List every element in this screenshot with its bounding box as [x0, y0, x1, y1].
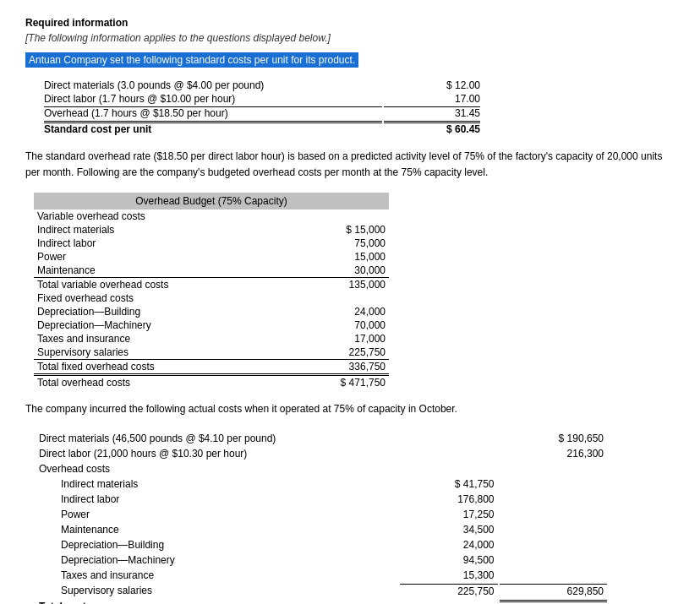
- depr-bldg-act-mid: 24,000: [400, 538, 498, 552]
- table-row: Indirect labor 75,000: [34, 237, 389, 250]
- table-row: Indirect labor 176,800: [36, 492, 607, 506]
- power-label: Power: [34, 250, 272, 264]
- actual-description: The company incurred the following actua…: [25, 401, 675, 417]
- power-act-mid: 17,250: [400, 508, 498, 521]
- ind-mat-right: [500, 477, 607, 491]
- depr-bldg-act-label: Depreciation—Building: [36, 538, 398, 552]
- budget-total-row: Total overhead costs $ 471,750: [34, 375, 389, 390]
- ind-mat-label: Indirect materials: [36, 477, 398, 491]
- power-act-label: Power: [36, 508, 398, 521]
- table-row: Indirect materials $ 15,000: [34, 223, 389, 237]
- maint-act-mid: 34,500: [400, 523, 498, 536]
- actual-costs-section: Direct materials (46,500 pounds @ $4.10 …: [25, 430, 675, 604]
- table-row: Direct labor (1.7 hours @ $10.00 per hou…: [44, 93, 480, 105]
- power-act-right: [500, 508, 607, 521]
- taxes-amount: 17,000: [272, 332, 389, 346]
- maintenance-label: Maintenance: [34, 264, 272, 278]
- actual-total-mid: [400, 600, 498, 604]
- sc-amount-3: 31.45: [384, 106, 480, 119]
- depr-mach-act-label: Depreciation—Machinery: [36, 553, 398, 567]
- taxes-act-right: [500, 569, 607, 582]
- budget-total-label: Total overhead costs: [34, 375, 272, 390]
- indirect-materials-amount: $ 15,000: [272, 223, 389, 237]
- required-info-header: Required information: [25, 17, 675, 29]
- taxes-act-label: Taxes and insurance: [36, 569, 398, 582]
- sc-label-1: Direct materials (3.0 pounds @ $4.00 per…: [44, 79, 382, 91]
- table-row: Power 17,250: [36, 508, 607, 521]
- fixed-label-row: Fixed overhead costs: [34, 291, 389, 305]
- depr-machinery-amount: 70,000: [272, 318, 389, 332]
- actual-total-amount: $ 1,036,800: [500, 600, 607, 604]
- sc-amount-1: $ 12.00: [384, 79, 480, 91]
- maint-act-label: Maintenance: [36, 523, 398, 536]
- table-row: Depreciation—Building 24,000: [36, 538, 607, 552]
- supervisory-label: Supervisory salaries: [34, 346, 272, 360]
- depr-machinery-label: Depreciation—Machinery: [34, 318, 272, 332]
- variable-total-amount: 135,000: [272, 278, 389, 292]
- highlight-banner: Antuan Company set the following standar…: [25, 52, 358, 68]
- italic-note: [The following information applies to th…: [25, 32, 675, 44]
- actual-description-text: The company incurred the following actua…: [25, 403, 457, 415]
- table-row: Direct materials (3.0 pounds @ $4.00 per…: [44, 79, 480, 91]
- variable-total-row: Total variable overhead costs 135,000: [34, 278, 389, 292]
- indirect-labor-label: Indirect labor: [34, 237, 272, 250]
- dl-label: Direct labor (21,000 hours @ $10.30 per …: [36, 447, 398, 460]
- actual-total-label: Total costs: [36, 600, 398, 604]
- table-row: Taxes and insurance 17,000: [34, 332, 389, 346]
- taxes-act-mid: 15,300: [400, 569, 498, 582]
- dl-right: 216,300: [500, 447, 607, 460]
- ind-lab-mid: 176,800: [400, 492, 498, 506]
- table-row: Maintenance 34,500: [36, 523, 607, 536]
- dm-label: Direct materials (46,500 pounds @ $4.10 …: [36, 432, 398, 445]
- taxes-label: Taxes and insurance: [34, 332, 272, 346]
- table-row: Taxes and insurance 15,300: [36, 569, 607, 582]
- budget-header: Overhead Budget (75% Capacity): [34, 193, 389, 209]
- ind-lab-label: Indirect labor: [36, 492, 398, 506]
- actual-total-row: Total costs $ 1,036,800: [36, 600, 607, 604]
- variable-label-row: Variable overhead costs: [34, 209, 389, 223]
- depr-mach-act-mid: 94,500: [400, 553, 498, 567]
- super-act-right: 629,850: [500, 584, 607, 598]
- sc-label-2: Direct labor (1.7 hours @ $10.00 per hou…: [44, 93, 382, 105]
- table-row: Overhead (1.7 hours @ $18.50 per hour) 3…: [44, 106, 480, 119]
- oh-right: [500, 462, 607, 476]
- table-row: Power 15,000: [34, 250, 389, 264]
- ind-lab-right: [500, 492, 607, 506]
- super-act-mid: 225,750: [400, 584, 498, 598]
- standard-costs-table: Direct materials (3.0 pounds @ $4.00 per…: [42, 78, 482, 137]
- table-row: Depreciation—Building 24,000: [34, 305, 389, 318]
- table-row: Direct labor (21,000 hours @ $10.30 per …: [36, 447, 607, 460]
- fixed-total-amount: 336,750: [272, 360, 389, 375]
- dm-right: $ 190,650: [500, 432, 607, 445]
- table-row: Depreciation—Machinery 94,500: [36, 553, 607, 567]
- oh-label: Overhead costs: [36, 462, 398, 476]
- variable-label: Variable overhead costs: [34, 209, 272, 223]
- actual-costs-table: Direct materials (46,500 pounds @ $4.10 …: [34, 430, 609, 604]
- sc-total-label: Standard cost per unit: [44, 121, 382, 135]
- budget-table: Overhead Budget (75% Capacity) Variable …: [34, 193, 389, 389]
- variable-total-label: Total variable overhead costs: [34, 278, 272, 292]
- power-amount: 15,000: [272, 250, 389, 264]
- italic-note-text: [The following information applies to th…: [25, 32, 331, 44]
- table-row: Supervisory salaries 225,750 629,850: [36, 584, 607, 598]
- fixed-total-row: Total fixed overhead costs 336,750: [34, 360, 389, 375]
- description-text: The standard overhead rate ($18.50 per d…: [25, 149, 675, 181]
- table-row: Indirect materials $ 41,750: [36, 477, 607, 491]
- sc-label-3: Overhead (1.7 hours @ $18.50 per hour): [44, 106, 382, 119]
- highlight-text: Antuan Company set the following standar…: [29, 54, 355, 66]
- depr-building-label: Depreciation—Building: [34, 305, 272, 318]
- depr-mach-act-right: [500, 553, 607, 567]
- budget-total-amount: $ 471,750: [272, 375, 389, 390]
- ind-mat-mid: $ 41,750: [400, 477, 498, 491]
- table-row: Supervisory salaries 225,750: [34, 346, 389, 360]
- description-content: The standard overhead rate ($18.50 per d…: [25, 150, 662, 178]
- table-row: Depreciation—Machinery 70,000: [34, 318, 389, 332]
- sc-amount-2: 17.00: [384, 93, 480, 105]
- dl-mid: [400, 447, 498, 460]
- maint-act-right: [500, 523, 607, 536]
- super-act-label: Supervisory salaries: [36, 584, 398, 598]
- total-row: Standard cost per unit $ 60.45: [44, 121, 480, 135]
- depr-building-amount: 24,000: [272, 305, 389, 318]
- maintenance-amount: 30,000: [272, 264, 389, 278]
- table-row: Maintenance 30,000: [34, 264, 389, 278]
